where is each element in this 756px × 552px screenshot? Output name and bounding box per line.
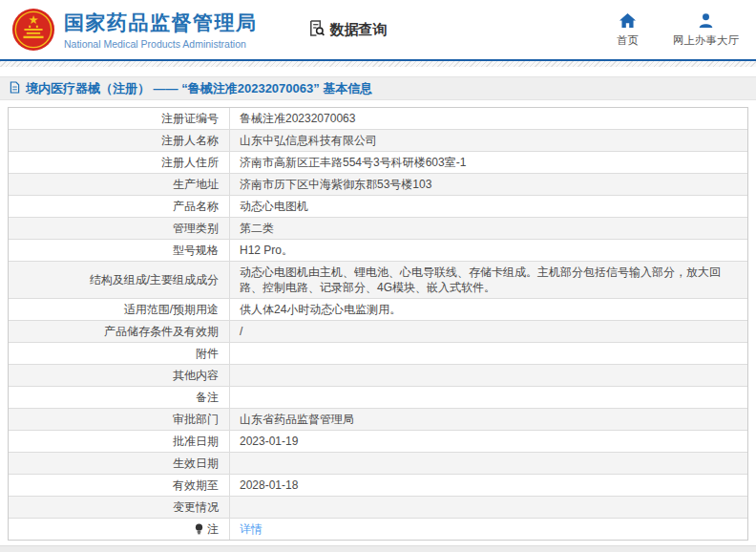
table-row: 其他内容: [9, 364, 747, 386]
row-value: 济南市高新区正丰路554号3号科研楼603室-1: [230, 152, 747, 173]
row-value: 2028-01-18: [230, 475, 747, 496]
row-label: 注册人名称: [161, 133, 219, 148]
row-label: 注: [207, 521, 219, 537]
row-value: 山东中弘信息科技有限公司: [230, 130, 747, 151]
row-value: 2023-01-19: [230, 431, 747, 452]
row-label: 有效期至: [173, 478, 219, 493]
footer-strip: [0, 545, 756, 552]
table-row: 产品名称 动态心电图机: [9, 195, 747, 217]
table-row: 生产地址 济南市历下区中海紫御东郡53号楼103: [9, 173, 747, 195]
site-header: ★ 国家药品监督管理局 National Medical Products Ad…: [0, 0, 756, 59]
row-label-cell: 适用范围/预期用途: [9, 299, 230, 320]
document-icon: [10, 81, 20, 96]
info-table: 注册证编号 鲁械注准20232070063 注册人名称 山东中弘信息科技有限公司…: [8, 107, 748, 541]
row-label-cell: 产品储存条件及有效期: [9, 321, 230, 342]
row-label-cell: 注: [9, 519, 230, 540]
table-row: 产品储存条件及有效期 /: [9, 320, 747, 342]
top-nav: 首页 网上办事大厅: [617, 12, 739, 48]
table-row: 批准日期 2023-01-19: [9, 430, 747, 452]
row-label: 变更情况: [173, 499, 219, 515]
row-label: 结构及组成/主要组成成分: [90, 272, 219, 287]
row-label-cell: 附件: [9, 343, 230, 364]
brand: ★ 国家药品监督管理局 National Medical Products Ad…: [11, 8, 258, 52]
nav-home[interactable]: 首页: [617, 12, 639, 48]
row-label: 适用范围/预期用途: [124, 302, 219, 317]
row-value: 济南市历下区中海紫御东郡53号楼103: [230, 174, 747, 195]
row-label-cell: 批准日期: [9, 431, 230, 452]
row-label-cell: 生效日期: [9, 453, 230, 474]
row-label-cell: 审批部门: [9, 409, 230, 430]
table-row: 型号规格 H12 Pro。: [9, 239, 747, 261]
row-value: 详情: [230, 519, 747, 540]
table-row: 有效期至 2028-01-18: [9, 474, 747, 496]
svg-text:★: ★: [28, 13, 38, 27]
hatch-strip: [0, 61, 756, 67]
row-value: 动态心电图机: [230, 196, 747, 217]
row-label: 生效日期: [173, 456, 219, 471]
row-label: 生产地址: [173, 177, 219, 192]
row-label: 附件: [196, 346, 219, 361]
table-row: 管理类别 第二类: [9, 217, 747, 239]
row-label: 产品储存条件及有效期: [104, 324, 219, 339]
row-label-cell: 其他内容: [9, 365, 230, 386]
brand-text: 国家药品监督管理局 National Medical Products Admi…: [64, 10, 258, 50]
table-row: 生效日期: [9, 452, 747, 474]
row-value: 山东省药品监督管理局: [230, 409, 747, 430]
row-value: [230, 453, 747, 474]
breadcrumb: 境内医疗器械（注册） —— “鲁械注准20232070063” 基本信息: [0, 76, 756, 100]
row-label-cell: 有效期至: [9, 475, 230, 496]
row-value: 第二类: [230, 218, 747, 239]
row-value: [230, 343, 747, 364]
site-subtitle: National Medical Products Administration: [64, 38, 258, 50]
row-label: 型号规格: [173, 243, 219, 258]
row-value: [230, 497, 747, 518]
row-label: 审批部门: [173, 412, 219, 427]
row-label-cell: 产品名称: [9, 196, 230, 217]
table-row: 结构及组成/主要组成成分 动态心电图机由主机、锂电池、心电导联线、存储卡组成。主…: [9, 261, 747, 298]
row-label-cell: 结构及组成/主要组成成分: [9, 262, 230, 298]
row-label-cell: 备注: [9, 387, 230, 408]
lightbulb-icon: [195, 523, 203, 535]
table-row: 注册人住所 济南市高新区正丰路554号3号科研楼603室-1: [9, 151, 747, 173]
nav-service-hall-label: 网上办事大厅: [673, 33, 739, 48]
table-row: 注册人名称 山东中弘信息科技有限公司: [9, 129, 747, 151]
row-label: 注册证编号: [161, 111, 219, 126]
row-value: 鲁械注准20232070063: [230, 108, 747, 129]
table-row: 审批部门 山东省药品监督管理局: [9, 408, 747, 430]
table-row: 备注: [9, 386, 747, 408]
nav-home-label: 首页: [617, 33, 639, 48]
national-emblem-logo: ★: [11, 8, 55, 52]
section-label: 数据查询: [330, 21, 388, 39]
table-row: 附件: [9, 342, 747, 364]
table-row: 注 详情: [9, 518, 747, 540]
page-title: 境内医疗器械（注册） —— “鲁械注准20232070063” 基本信息: [26, 80, 372, 97]
user-icon: [697, 12, 715, 31]
row-value: 动态心电图机由主机、锂电池、心电导联线、存储卡组成。主机部分包括信号输入部分，放…: [230, 262, 747, 298]
row-label-cell: 管理类别: [9, 218, 230, 239]
row-label: 其他内容: [173, 368, 219, 383]
data-query-section[interactable]: 数据查询: [307, 19, 388, 40]
row-value: H12 Pro。: [230, 240, 747, 261]
row-label-cell: 变更情况: [9, 497, 230, 518]
row-label-cell: 生产地址: [9, 174, 230, 195]
row-label-cell: 注册证编号: [9, 108, 230, 129]
row-label-cell: 型号规格: [9, 240, 230, 261]
row-label-cell: 注册人住所: [9, 152, 230, 173]
table-row: 注册证编号 鲁械注准20232070063: [9, 108, 747, 129]
row-value: 供人体24小时动态心电监测用。: [230, 299, 747, 320]
row-label: 产品名称: [173, 199, 219, 214]
home-icon: [619, 12, 637, 31]
row-label: 注册人住所: [161, 155, 219, 170]
row-label-cell: 注册人名称: [9, 130, 230, 151]
row-value: [230, 387, 747, 408]
table-row: 变更情况: [9, 496, 747, 518]
site-title: 国家药品监督管理局: [64, 10, 258, 36]
document-search-icon: [307, 19, 326, 40]
row-label: 管理类别: [173, 221, 219, 236]
row-value: /: [230, 321, 747, 342]
table-row: 适用范围/预期用途 供人体24小时动态心电监测用。: [9, 298, 747, 320]
detail-link[interactable]: 详情: [240, 521, 262, 537]
row-label: 批准日期: [173, 434, 219, 449]
row-label: 备注: [196, 390, 219, 405]
nav-service-hall[interactable]: 网上办事大厅: [673, 12, 739, 48]
